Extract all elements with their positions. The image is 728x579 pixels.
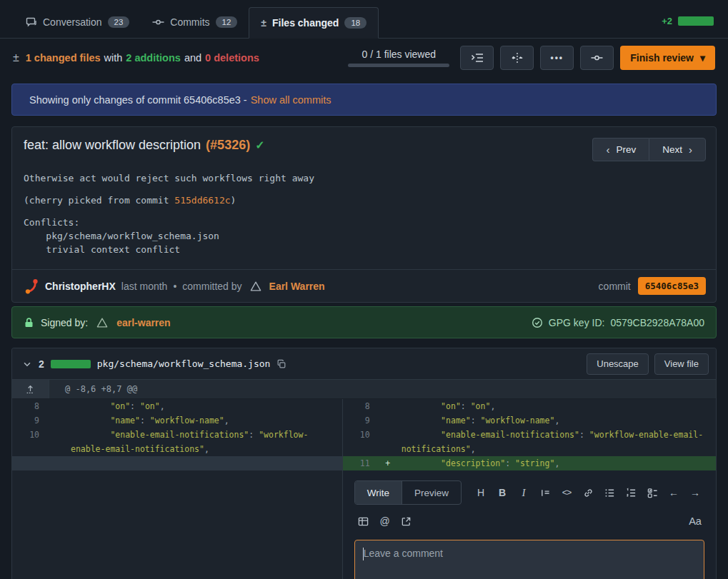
review-commit-button[interactable] (580, 46, 614, 70)
finish-review-label: Finish review (630, 52, 694, 64)
chevron-right-icon: › (689, 144, 692, 156)
issue-ref-link[interactable]: (#5326) (206, 138, 250, 153)
signed-by-label: Signed by: (41, 317, 88, 328)
quote-icon[interactable] (536, 483, 554, 502)
diff-filler-row[interactable] (12, 456, 342, 470)
commit-time: last month (121, 281, 168, 292)
file-tree-toggle-button[interactable] (460, 46, 494, 70)
text-cursor (363, 548, 364, 560)
commit-detail-box: feat: allow workflow description (#5326)… (11, 126, 717, 303)
diff-options-button[interactable]: ••• (540, 46, 574, 70)
line-number[interactable]: 8 (343, 399, 380, 413)
cherry-pick-text: (cherry picked from commit (24, 195, 174, 206)
inline-comment-form: Write Preview H B I <> (342, 470, 716, 579)
hunk-header-text: @ -8,6 +8,7 @@ (49, 380, 137, 398)
hunk-header-row: @ -8,6 +8,7 @@ (12, 380, 716, 399)
comment-textarea[interactable] (354, 540, 704, 579)
next-commit-button[interactable]: Next › (649, 138, 706, 161)
diff-line-old-9[interactable]: 9 "name": "workflow-name", (12, 413, 342, 428)
diff-line-old-8[interactable]: 8 "on": "on", (12, 399, 342, 413)
diff-summary-icon: ± (13, 51, 19, 64)
split-view-toggle-button[interactable] (500, 46, 534, 70)
table-icon[interactable] (354, 512, 373, 530)
unescape-button[interactable]: Unescape (587, 353, 649, 375)
files-changed-count-badge: 18 (344, 17, 367, 29)
tab-conversation[interactable]: Conversation 23 (14, 6, 141, 38)
caret-down-icon: ▾ (700, 52, 705, 64)
bullet-list-icon[interactable] (600, 483, 619, 502)
diff-icon: ± (261, 17, 266, 29)
diff-line-new-9[interactable]: 9 "name": "workflow-name", (343, 413, 716, 428)
code-icon[interactable]: <> (557, 483, 576, 502)
tab-files-changed-label: Files changed (272, 17, 339, 29)
diff-sign: + (380, 456, 396, 470)
changed-files-link[interactable]: 1 changed files (26, 52, 101, 64)
tab-commits-label: Commits (170, 16, 209, 28)
diff-old-column: 8 "on": "on",9 "name": "workflow-name",1… (12, 399, 342, 470)
link-icon[interactable] (579, 483, 597, 502)
expand-hunk-up-button[interactable] (12, 380, 49, 398)
author-avatar[interactable] (24, 278, 39, 294)
write-tab[interactable]: Write (355, 481, 402, 504)
additions-stat: +2 (662, 16, 672, 26)
tab-files-changed[interactable]: ± Files changed 18 (249, 7, 379, 39)
diff-line-new-11[interactable]: 11+ "description": "string", (343, 456, 716, 470)
diff-sign (380, 399, 396, 413)
cherry-pick-hash-link[interactable]: 515dd6612c (174, 195, 230, 206)
split-view-icon (512, 52, 523, 64)
signer-avatar[interactable] (94, 315, 110, 331)
prev-commit-button[interactable]: ‹ Prev (592, 138, 649, 161)
diff-comment-row-left (12, 470, 342, 579)
conversation-icon (26, 16, 37, 28)
finish-review-button[interactable]: Finish review ▾ (620, 46, 715, 70)
reference-icon[interactable] (397, 512, 416, 530)
banner-text: Showing only changes of commit 65406c85e… (29, 94, 247, 106)
pr-diff-stat: +2 (662, 16, 714, 38)
signer-name-link[interactable]: earl-warren (116, 317, 170, 328)
view-file-button[interactable]: View file (654, 353, 709, 375)
redo-icon[interactable]: → (686, 483, 704, 502)
additions-text: 2 additions (126, 52, 181, 64)
heading-icon[interactable]: H (472, 483, 490, 502)
show-all-commits-link[interactable]: Show all commits (251, 94, 331, 106)
line-number[interactable]: 11 (343, 456, 380, 470)
preview-tab[interactable]: Preview (402, 481, 461, 504)
diff-sign (380, 413, 396, 428)
diff-sign (49, 428, 65, 456)
line-number[interactable]: 9 (343, 413, 380, 428)
author-name[interactable]: ChristopherHX (45, 281, 116, 292)
committer-name[interactable]: Earl Warren (269, 281, 325, 292)
commit-body-conflicts: Conflicts: pkg/schema/workflow_schema.js… (24, 216, 704, 256)
ellipsis-icon: ••• (550, 53, 564, 63)
line-number[interactable]: 8 (12, 399, 49, 413)
file-diff-stat-bar (51, 360, 91, 368)
copy-path-icon[interactable] (276, 359, 286, 369)
mention-icon[interactable]: @ (376, 512, 394, 530)
numbered-list-icon[interactable] (622, 483, 640, 502)
line-number[interactable]: 10 (12, 428, 49, 456)
font-toggle-icon[interactable]: Aa (686, 512, 704, 530)
commit-body-line: (cherry picked from commit 515dd6612c) (24, 193, 704, 207)
committed-by-text: committed by (182, 281, 241, 292)
commit-hash-badge[interactable]: 65406c85e3 (638, 277, 706, 295)
commit-author-row: ChristopherHX last month • committed by … (12, 269, 716, 302)
italic-icon[interactable]: I (514, 483, 533, 502)
task-list-icon[interactable] (643, 483, 662, 502)
diff-line-new-8[interactable]: 8 "on": "on", (343, 399, 716, 413)
tab-commits[interactable]: Commits 12 (141, 6, 249, 38)
prev-label: Prev (616, 144, 636, 155)
bold-icon[interactable]: B (493, 483, 512, 502)
gpg-key-value: 0579CB2928A78A00 (610, 317, 704, 328)
gpg-key-label: GPG key ID: (549, 317, 605, 328)
files-viewed-progress: 0 / 1 files viewed (348, 49, 449, 67)
diff-line-new-10[interactable]: 10 "enable-email-notifications": "workfl… (343, 428, 716, 456)
committer-avatar[interactable] (248, 278, 264, 294)
collapse-file-chevron-icon[interactable] (22, 359, 32, 369)
undo-icon[interactable]: ← (664, 483, 683, 502)
diff-line-old-10[interactable]: 10 "enable-email-notifications": "workfl… (12, 428, 342, 456)
code-content: "name": "workflow-name", (65, 413, 342, 428)
line-number[interactable]: 9 (12, 413, 49, 428)
line-number[interactable]: 10 (343, 428, 380, 456)
and-text: and (184, 52, 201, 64)
chevron-left-icon: ‹ (606, 144, 609, 156)
